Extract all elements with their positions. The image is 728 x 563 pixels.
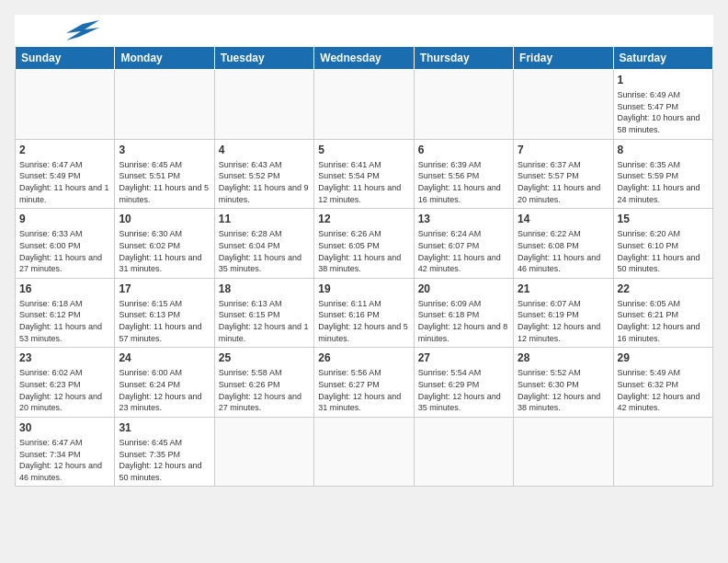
day-number: 18 bbox=[219, 282, 310, 296]
day-number: 7 bbox=[518, 143, 609, 157]
calendar-page: SundayMondayTuesdayWednesdayThursdayFrid… bbox=[15, 15, 713, 487]
day-info: Sunrise: 6:00 AM Sunset: 6:24 PM Dayligh… bbox=[119, 367, 210, 413]
day-info: Sunrise: 6:49 AM Sunset: 5:47 PM Dayligh… bbox=[618, 89, 709, 135]
day-number: 9 bbox=[19, 212, 110, 226]
calendar-cell bbox=[314, 70, 414, 140]
calendar-cell: 7Sunrise: 6:37 AM Sunset: 5:57 PM Daylig… bbox=[514, 139, 613, 209]
day-number: 11 bbox=[219, 212, 310, 226]
calendar-cell: 31Sunrise: 6:45 AM Sunset: 7:35 PM Dayli… bbox=[115, 417, 214, 487]
day-number: 10 bbox=[119, 212, 210, 226]
calendar-cell: 24Sunrise: 6:00 AM Sunset: 6:24 PM Dayli… bbox=[115, 348, 214, 418]
day-info: Sunrise: 6:26 AM Sunset: 6:05 PM Dayligh… bbox=[318, 228, 409, 274]
day-number: 1 bbox=[618, 73, 709, 87]
day-number: 4 bbox=[219, 143, 310, 157]
day-number: 6 bbox=[418, 143, 509, 157]
day-info: Sunrise: 6:07 AM Sunset: 6:19 PM Dayligh… bbox=[518, 298, 609, 344]
day-info: Sunrise: 6:45 AM Sunset: 7:35 PM Dayligh… bbox=[119, 437, 210, 483]
day-info: Sunrise: 6:20 AM Sunset: 6:10 PM Dayligh… bbox=[618, 228, 709, 274]
calendar-cell: 25Sunrise: 5:58 AM Sunset: 6:26 PM Dayli… bbox=[214, 348, 313, 418]
calendar-week-3: 9Sunrise: 6:33 AM Sunset: 6:00 PM Daylig… bbox=[16, 209, 713, 279]
day-info: Sunrise: 5:49 AM Sunset: 6:32 PM Dayligh… bbox=[618, 367, 709, 413]
calendar-header-row: SundayMondayTuesdayWednesdayThursdayFrid… bbox=[16, 47, 713, 70]
calendar-cell: 11Sunrise: 6:28 AM Sunset: 6:04 PM Dayli… bbox=[214, 209, 313, 279]
logo bbox=[26, 24, 99, 40]
day-number: 2 bbox=[19, 143, 110, 157]
weekday-header-saturday: Saturday bbox=[613, 47, 712, 70]
day-info: Sunrise: 6:37 AM Sunset: 5:57 PM Dayligh… bbox=[518, 159, 609, 205]
day-number: 24 bbox=[119, 350, 210, 365]
calendar-cell: 1Sunrise: 6:49 AM Sunset: 5:47 PM Daylig… bbox=[613, 70, 712, 140]
day-info: Sunrise: 6:47 AM Sunset: 7:34 PM Dayligh… bbox=[19, 437, 110, 483]
calendar-cell bbox=[514, 70, 613, 140]
day-info: Sunrise: 6:18 AM Sunset: 6:12 PM Dayligh… bbox=[19, 298, 110, 344]
calendar-cell bbox=[514, 417, 613, 487]
day-number: 27 bbox=[418, 350, 509, 365]
day-info: Sunrise: 6:22 AM Sunset: 6:08 PM Dayligh… bbox=[518, 228, 609, 274]
day-number: 8 bbox=[618, 143, 709, 157]
day-info: Sunrise: 6:15 AM Sunset: 6:13 PM Dayligh… bbox=[119, 298, 210, 344]
day-info: Sunrise: 6:09 AM Sunset: 6:18 PM Dayligh… bbox=[418, 298, 509, 344]
calendar-cell: 6Sunrise: 6:39 AM Sunset: 5:56 PM Daylig… bbox=[414, 139, 513, 209]
svg-marker-0 bbox=[66, 20, 99, 40]
day-info: Sunrise: 6:47 AM Sunset: 5:49 PM Dayligh… bbox=[19, 159, 110, 205]
calendar-cell: 16Sunrise: 6:18 AM Sunset: 6:12 PM Dayli… bbox=[16, 278, 115, 348]
calendar-week-2: 2Sunrise: 6:47 AM Sunset: 5:49 PM Daylig… bbox=[16, 139, 713, 209]
calendar-week-6: 30Sunrise: 6:47 AM Sunset: 7:34 PM Dayli… bbox=[16, 417, 713, 487]
calendar-cell bbox=[16, 70, 115, 140]
calendar-cell: 18Sunrise: 6:13 AM Sunset: 6:15 PM Dayli… bbox=[214, 278, 313, 348]
day-info: Sunrise: 6:13 AM Sunset: 6:15 PM Dayligh… bbox=[219, 298, 310, 344]
calendar-cell bbox=[414, 70, 513, 140]
day-number: 23 bbox=[19, 350, 110, 365]
day-info: Sunrise: 6:45 AM Sunset: 5:51 PM Dayligh… bbox=[119, 159, 210, 205]
calendar-cell bbox=[115, 70, 214, 140]
day-number: 12 bbox=[318, 212, 409, 226]
calendar-cell: 5Sunrise: 6:41 AM Sunset: 5:54 PM Daylig… bbox=[314, 139, 414, 209]
day-number: 19 bbox=[318, 282, 409, 296]
weekday-header-thursday: Thursday bbox=[414, 47, 513, 70]
day-number: 30 bbox=[19, 420, 110, 435]
weekday-header-tuesday: Tuesday bbox=[214, 47, 313, 70]
day-info: Sunrise: 6:43 AM Sunset: 5:52 PM Dayligh… bbox=[219, 159, 310, 205]
calendar-cell bbox=[214, 70, 313, 140]
day-info: Sunrise: 6:05 AM Sunset: 6:21 PM Dayligh… bbox=[618, 298, 709, 344]
calendar-cell: 20Sunrise: 6:09 AM Sunset: 6:18 PM Dayli… bbox=[414, 278, 513, 348]
calendar-cell: 4Sunrise: 6:43 AM Sunset: 5:52 PM Daylig… bbox=[214, 139, 313, 209]
calendar-cell: 9Sunrise: 6:33 AM Sunset: 6:00 PM Daylig… bbox=[16, 209, 115, 279]
weekday-header-friday: Friday bbox=[514, 47, 613, 70]
calendar-cell: 10Sunrise: 6:30 AM Sunset: 6:02 PM Dayli… bbox=[115, 209, 214, 279]
calendar-cell bbox=[414, 417, 513, 487]
calendar-cell: 2Sunrise: 6:47 AM Sunset: 5:49 PM Daylig… bbox=[16, 139, 115, 209]
calendar-week-5: 23Sunrise: 6:02 AM Sunset: 6:23 PM Dayli… bbox=[16, 348, 713, 418]
day-info: Sunrise: 6:24 AM Sunset: 6:07 PM Dayligh… bbox=[418, 228, 509, 274]
calendar-cell: 22Sunrise: 6:05 AM Sunset: 6:21 PM Dayli… bbox=[613, 278, 712, 348]
calendar-cell: 29Sunrise: 5:49 AM Sunset: 6:32 PM Dayli… bbox=[613, 348, 712, 418]
day-number: 13 bbox=[418, 212, 509, 226]
calendar-cell: 30Sunrise: 6:47 AM Sunset: 7:34 PM Dayli… bbox=[16, 417, 115, 487]
calendar-cell bbox=[314, 417, 414, 487]
day-info: Sunrise: 6:41 AM Sunset: 5:54 PM Dayligh… bbox=[318, 159, 409, 205]
day-number: 16 bbox=[19, 282, 110, 296]
calendar-cell: 21Sunrise: 6:07 AM Sunset: 6:19 PM Dayli… bbox=[514, 278, 613, 348]
day-info: Sunrise: 6:28 AM Sunset: 6:04 PM Dayligh… bbox=[219, 228, 310, 274]
day-number: 14 bbox=[518, 212, 609, 226]
day-number: 22 bbox=[618, 282, 709, 296]
day-number: 5 bbox=[318, 143, 409, 157]
calendar-cell bbox=[214, 417, 313, 487]
day-info: Sunrise: 6:39 AM Sunset: 5:56 PM Dayligh… bbox=[418, 159, 509, 205]
calendar-cell: 15Sunrise: 6:20 AM Sunset: 6:10 PM Dayli… bbox=[613, 209, 712, 279]
day-info: Sunrise: 5:58 AM Sunset: 6:26 PM Dayligh… bbox=[219, 367, 310, 413]
calendar-table: SundayMondayTuesdayWednesdayThursdayFrid… bbox=[15, 46, 713, 487]
day-number: 25 bbox=[219, 350, 310, 365]
weekday-header-monday: Monday bbox=[115, 47, 214, 70]
calendar-cell: 28Sunrise: 5:52 AM Sunset: 6:30 PM Dayli… bbox=[514, 348, 613, 418]
day-info: Sunrise: 6:11 AM Sunset: 6:16 PM Dayligh… bbox=[318, 298, 409, 344]
weekday-header-sunday: Sunday bbox=[16, 47, 115, 70]
calendar-week-1: 1Sunrise: 6:49 AM Sunset: 5:47 PM Daylig… bbox=[16, 70, 713, 140]
weekday-header-wednesday: Wednesday bbox=[314, 47, 414, 70]
day-info: Sunrise: 6:35 AM Sunset: 5:59 PM Dayligh… bbox=[618, 159, 709, 205]
calendar-cell: 14Sunrise: 6:22 AM Sunset: 6:08 PM Dayli… bbox=[514, 209, 613, 279]
calendar-cell: 19Sunrise: 6:11 AM Sunset: 6:16 PM Dayli… bbox=[314, 278, 414, 348]
calendar-week-4: 16Sunrise: 6:18 AM Sunset: 6:12 PM Dayli… bbox=[16, 278, 713, 348]
day-number: 17 bbox=[119, 282, 210, 296]
calendar-cell: 17Sunrise: 6:15 AM Sunset: 6:13 PM Dayli… bbox=[115, 278, 214, 348]
